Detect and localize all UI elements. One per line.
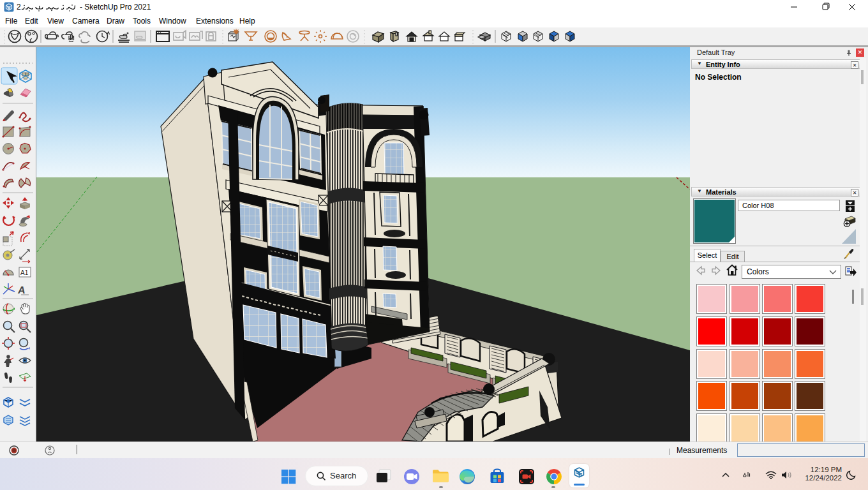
svg-text:A: A <box>17 284 26 295</box>
svg-text:2: 2 <box>17 3 21 11</box>
svg-text:A1: A1 <box>20 269 29 276</box>
svg-text:- SketchUp Pro 2021: - SketchUp Pro 2021 <box>80 3 151 11</box>
